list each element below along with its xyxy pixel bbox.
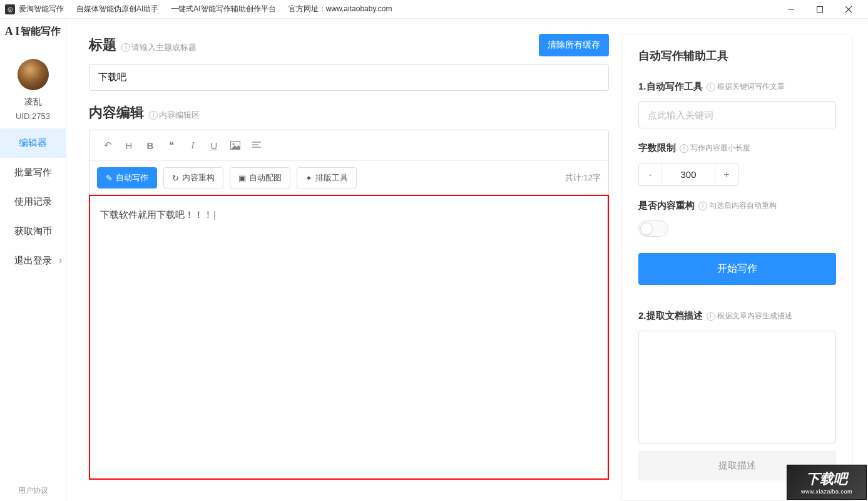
sidebar-item-history[interactable]: 使用记录 (0, 187, 66, 217)
editor-box: ↶ H B ❝ I U ✎自动写作 ↻内容重构 ▣自动配图 ✦排版工具 共计:1… (89, 130, 609, 480)
keyword-input[interactable] (638, 101, 836, 128)
app-icon: ◎ (5, 4, 15, 14)
section-2-title: 2.提取文档描述 (638, 310, 703, 322)
minimize-button[interactable] (777, 0, 805, 19)
app-subtitle-1: 自媒体智能伪原创AI助手 (76, 4, 158, 14)
section-1-hint: i根据关键词写作文章 (707, 81, 785, 92)
username: 凌乱 (24, 96, 42, 108)
sidebar-item-editor[interactable]: 编辑器 (0, 128, 66, 158)
editor-content-text: 下载软件就用下载吧！！！ (100, 209, 216, 220)
sidebar-item-batch[interactable]: 批量写作 (0, 158, 66, 187)
layout-button[interactable]: ✦排版工具 (297, 167, 357, 189)
info-icon: i (149, 111, 158, 120)
rebuild-button[interactable]: ↻内容重构 (163, 167, 223, 189)
watermark-text: 下载吧 (806, 470, 847, 488)
sidebar: A I 智能写作 凌乱 UID:2753 编辑器 批量写作 使用记录 获取淘币 … (0, 19, 66, 501)
app-subtitle-2: 一键式AI智能写作辅助创作平台 (171, 4, 275, 14)
title-input[interactable] (89, 64, 609, 91)
svg-rect-1 (817, 6, 823, 12)
align-icon[interactable] (246, 137, 267, 154)
info-icon: i (680, 144, 688, 153)
picture-icon: ▣ (238, 173, 246, 183)
rebuild-hint: i勾选后内容自动重构 (698, 200, 777, 211)
heading-icon[interactable]: H (118, 137, 140, 154)
titlebar: ◎ 爱淘智能写作 自媒体智能伪原创AI助手 一键式AI智能写作辅助创作平台 官方… (0, 0, 868, 19)
watermark: 下载吧 www.xiazaiba.com (787, 465, 867, 500)
right-panel: 自动写作辅助工具 1.自动写作工具 i根据关键词写作文章 字数限制 i写作内容最… (621, 34, 853, 501)
close-button[interactable] (834, 0, 863, 19)
rebuild-toggle[interactable] (638, 220, 668, 237)
section-2-hint: i根据文章内容生成描述 (707, 311, 792, 321)
stepper-value[interactable]: 300 (661, 163, 715, 185)
user-agreement-link[interactable]: 用户协议 (18, 485, 48, 496)
maximize-button[interactable] (805, 0, 834, 19)
info-icon: i (698, 202, 707, 210)
website-label: 官方网址：www.aitaobaby.com (288, 4, 392, 14)
wand-icon: ✦ (305, 173, 312, 183)
content-label: 内容编辑 (89, 103, 144, 122)
logo: A I 智能写作 (5, 25, 61, 38)
content-hint: i内容编辑区 (149, 110, 200, 121)
logo-prefix: A I (5, 25, 20, 38)
avatar[interactable] (18, 59, 49, 90)
svg-point-5 (233, 143, 235, 145)
word-limit-stepper: - 300 + (638, 163, 738, 186)
sidebar-item-logout[interactable]: 退出登录 (0, 246, 66, 276)
image-icon[interactable] (225, 137, 246, 154)
word-limit-hint: i写作内容最小长度 (680, 143, 750, 153)
stepper-plus[interactable]: + (715, 163, 738, 185)
info-icon: i (121, 43, 130, 52)
stepper-minus[interactable]: - (639, 163, 661, 185)
underline-icon[interactable]: U (203, 137, 225, 154)
watermark-sub: www.xiazaiba.com (801, 488, 852, 495)
auto-write-button[interactable]: ✎自动写作 (97, 167, 157, 189)
auto-image-button[interactable]: ▣自动配图 (230, 167, 290, 189)
pencil-icon: ✎ (106, 173, 113, 183)
title-hint: i请输入主题或标题 (121, 42, 197, 53)
logo-text: 智能写作 (21, 25, 61, 38)
info-icon: i (707, 312, 715, 321)
section-1-title: 1.自动写作工具 (638, 81, 703, 93)
undo-icon[interactable]: ↶ (97, 137, 118, 154)
word-limit-title: 字数限制 (638, 142, 676, 154)
rebuild-title: 是否内容重构 (638, 200, 695, 212)
info-icon: i (707, 83, 715, 91)
editor-textarea[interactable]: 下载软件就用下载吧！！！ (89, 195, 609, 480)
title-label: 标题 (89, 36, 116, 54)
bold-icon[interactable]: B (140, 137, 161, 154)
word-count: 共计:12字 (565, 172, 601, 183)
start-write-button[interactable]: 开始写作 (638, 253, 836, 285)
italic-icon[interactable]: I (182, 137, 203, 154)
editor-toolbar: ↶ H B ❝ I U (89, 130, 608, 161)
quote-icon[interactable]: ❝ (161, 137, 182, 154)
uid: UID:2753 (16, 111, 50, 121)
panel-title: 自动写作辅助工具 (638, 48, 836, 63)
sidebar-item-coins[interactable]: 获取淘币 (0, 217, 66, 246)
description-textarea[interactable] (638, 331, 836, 443)
app-name: 爱淘智能写作 (19, 4, 64, 14)
refresh-icon: ↻ (172, 173, 179, 183)
clear-cache-button[interactable]: 清除所有缓存 (539, 34, 609, 56)
